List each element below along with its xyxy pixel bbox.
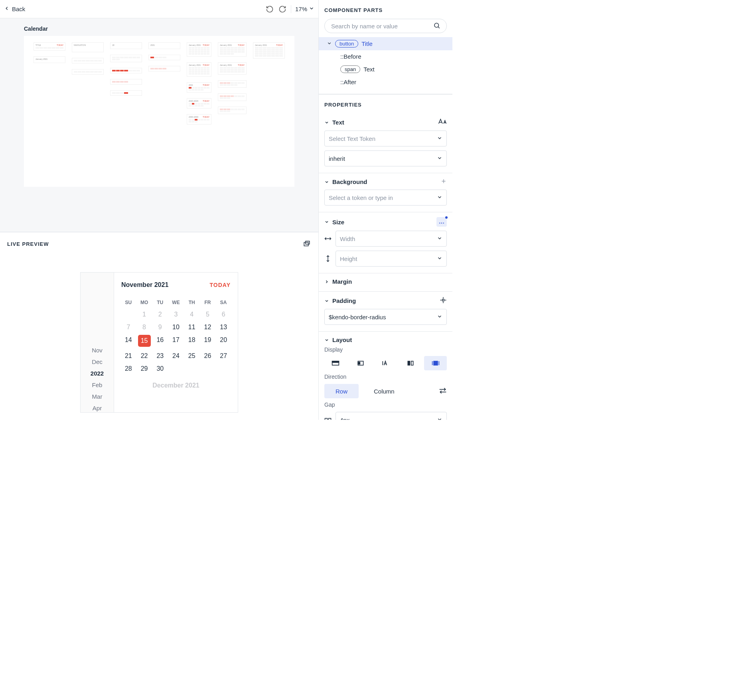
expand-sides-icon[interactable] [440,297,447,305]
calendar-day[interactable]: 11 [185,324,199,331]
calendar-day[interactable]: 19 [201,336,215,347]
display-option-flex[interactable] [399,356,422,370]
typography-icon[interactable] [438,118,447,127]
live-preview-title: LIVE PREVIEW [7,241,49,247]
calendar-day[interactable]: 12 [201,324,215,331]
canvas-area[interactable]: Calendar TITLETODAY January 2021 NAVIGAT… [0,18,318,232]
svg-rect-29 [325,418,328,420]
select-placeholder: Width [340,235,355,242]
display-option-inline[interactable] [374,356,397,370]
property-layout-toggle[interactable]: Layout [324,336,447,343]
calendar-day[interactable]: 25 [185,352,199,360]
property-label: Layout [332,336,352,343]
calendar-day[interactable]: 6 [216,311,231,318]
tree-item-title[interactable]: button Title [319,37,452,50]
calendar-day[interactable]: 1 [137,311,152,318]
calendar-dow: WE [169,300,183,305]
property-label: Margin [332,278,352,285]
property-size: Size Width Height [319,212,452,273]
gap-value-dropdown[interactable]: 4px [336,412,447,420]
calendar-today-button[interactable]: TODAY [210,282,231,288]
svg-rect-21 [408,361,410,365]
calendar-day[interactable]: 20 [216,336,231,347]
property-margin-toggle[interactable]: Margin [324,278,447,285]
component-parts-search-input[interactable] [324,19,447,33]
undo-button[interactable] [265,5,274,14]
tree-item-after[interactable]: ::After [319,76,452,88]
tree-item-text[interactable]: span Text [319,63,452,76]
swap-icon[interactable] [439,388,447,395]
display-option-inline-block[interactable] [349,356,372,370]
svg-rect-11 [442,299,444,301]
display-option-block[interactable] [324,356,347,370]
width-dropdown[interactable]: Width [336,231,447,247]
calendar-day[interactable]: 28 [121,365,136,372]
text-token-dropdown[interactable]: Select Text Token [324,131,447,146]
property-padding-toggle[interactable]: Padding [324,297,447,305]
calendar-day[interactable]: 21 [121,352,136,360]
calendar-side-item[interactable]: 2022 [91,370,104,377]
property-size-toggle[interactable]: Size [324,217,447,227]
calendar-day[interactable]: 9 [153,324,167,331]
calendar-day[interactable]: 29 [137,365,152,372]
tree-item-label: ::Before [340,53,361,60]
property-background-toggle[interactable]: Background [324,178,447,186]
property-text-toggle[interactable]: Text [324,118,447,127]
calendar-day[interactable]: 2 [153,311,167,318]
zoom-dropdown[interactable]: 17% [295,6,314,12]
calendar-side-item[interactable]: Mar [92,393,103,400]
calendar-day[interactable]: 13 [216,324,231,331]
arrows-horizontal-icon [324,236,332,241]
calendar-day[interactable]: 23 [153,352,167,360]
element-tag-pill: span [340,65,360,73]
calendar-day[interactable]: 15 [137,336,152,347]
calendar-day[interactable]: 27 [216,352,231,360]
svg-rect-22 [411,361,413,365]
calendar-day[interactable]: 8 [137,324,152,331]
calendar-dow: TH [185,300,199,305]
calendar-day[interactable]: 22 [137,352,152,360]
calendar-day[interactable]: 3 [169,311,183,318]
calendar-next-month-title: December 2021 [121,382,231,389]
chevron-down-icon [324,338,329,342]
background-token-dropdown[interactable]: Select a token or type in [324,190,447,206]
more-options-button[interactable] [436,217,447,227]
chevron-down-icon [324,120,329,125]
direction-row-button[interactable]: Row [324,384,359,398]
calendar-day[interactable]: 24 [169,352,183,360]
calendar-day[interactable]: 5 [201,311,215,318]
calendar-day[interactable]: 4 [185,311,199,318]
height-dropdown[interactable]: Height [336,251,447,267]
plus-icon[interactable] [440,178,447,186]
calendar-side-item[interactable]: Apr [93,405,102,411]
back-label: Back [12,6,25,12]
tree-item-label: Title [361,40,373,47]
calendar-side-item[interactable]: Dec [92,358,103,365]
popout-button[interactable] [302,239,311,248]
calendar-month-title[interactable]: November 2021 [121,281,168,289]
calendar-day[interactable]: 10 [169,324,183,331]
calendar-side-nav[interactable]: NovDec2022FebMarApr [81,273,114,413]
calendar-day[interactable]: 30 [153,365,167,372]
top-toolbar: Back 17% [0,0,318,18]
calendar-side-item[interactable]: Nov [92,347,103,354]
display-option-inline-flex[interactable] [424,356,447,370]
back-button[interactable]: Back [4,6,25,12]
calendar-day[interactable]: 17 [169,336,183,347]
direction-column-button[interactable]: Column [363,384,406,398]
calendar-day[interactable]: 26 [201,352,215,360]
svg-rect-19 [358,362,360,364]
redo-button[interactable] [278,5,287,14]
chevron-down-icon [437,417,442,420]
calendar-day[interactable]: 7 [121,324,136,331]
padding-value-dropdown[interactable]: $kendo-border-radius [324,309,447,325]
calendar-day[interactable]: 18 [185,336,199,347]
canvas-component-title: Calendar [24,26,294,32]
calendar-side-item[interactable]: Feb [92,382,103,388]
property-margin: Margin [319,273,452,292]
calendar-day[interactable]: 16 [153,336,167,347]
tree-item-before[interactable]: ::Before [319,50,452,63]
calendar-dow: SA [216,300,231,305]
text-value-dropdown[interactable]: inherit [324,150,447,166]
calendar-day[interactable]: 14 [121,336,136,347]
